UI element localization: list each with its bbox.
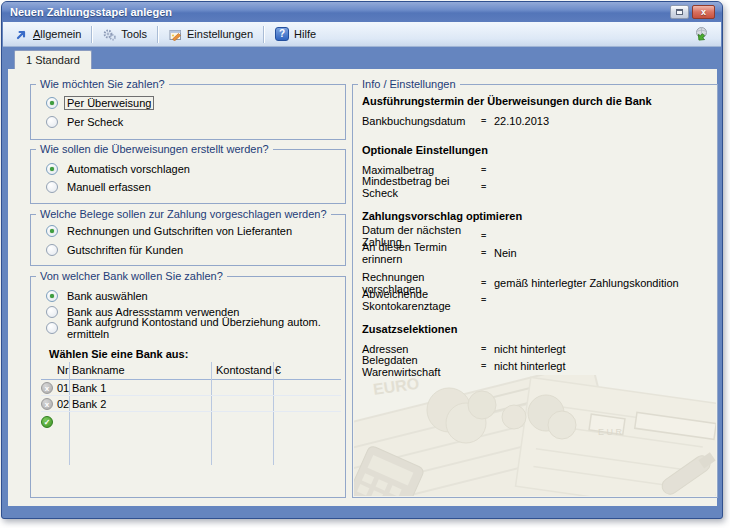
radio-label[interactable]: Per Überweisung (64, 96, 154, 110)
info-row: Mindestbetrag bei Scheck = (362, 178, 711, 195)
radio-label[interactable]: Manuell erfassen (67, 181, 151, 193)
radio-label[interactable]: Bank auswählen (67, 290, 148, 302)
equals-icon: = (481, 278, 494, 288)
cell-nr: 01 (57, 382, 69, 394)
radio-per-scheck[interactable] (46, 116, 58, 128)
group-title: Welche Belege sollen zur Zahlung vorgesc… (36, 208, 331, 220)
toolbar-separator (263, 26, 265, 43)
column-header-kontostand: Kontostand € (216, 364, 281, 376)
column-separator (273, 362, 274, 465)
equals-icon: = (481, 231, 494, 241)
info-row: Abweichende Skontokarenztage = (362, 291, 711, 308)
gears-icon (103, 28, 116, 41)
info-label: An diesen Termin erinnern (362, 241, 481, 265)
equals-icon: = (481, 116, 494, 126)
restore-button[interactable] (670, 5, 689, 19)
radio-automatisch[interactable] (46, 163, 58, 175)
info-value: nicht hinterlegt (494, 343, 566, 355)
info-row: Bankbuchungsdatum = 22.10.2013 (362, 112, 711, 129)
table-row[interactable]: x 01 Bank 1 (41, 381, 341, 396)
bank-table-caption: Wählen Sie eine Bank aus: (49, 348, 188, 360)
radio-label[interactable]: Rechnungen und Gutschriften von Lieferan… (67, 225, 292, 237)
radio-bank-auswaehlen[interactable] (46, 290, 58, 302)
cell-bankname: Bank 1 (72, 382, 106, 394)
group-document-types: Welche Belege sollen zur Zahlung vorgesc… (30, 214, 346, 266)
group-title: Wie sollen die Überweisungen erstellt we… (36, 143, 273, 155)
cell-bankname: Bank 2 (72, 398, 106, 410)
titlebar[interactable]: Neuen Zahlungsstapel anlegen x (2, 2, 722, 22)
page-content: Wie möchten Sie zahlen? Per Überweisung … (8, 69, 717, 506)
toolbar: Allgemein Tools Einstellungen ? Hilfe (3, 22, 721, 47)
toolbar-separator (157, 26, 159, 43)
radio-manuell[interactable] (46, 181, 58, 193)
globe-download-icon (693, 26, 709, 42)
arrow-ne-icon (15, 28, 28, 41)
info-label: Abweichende Skontokarenztage (362, 288, 481, 312)
watermark-euro-text: EURO (372, 375, 420, 398)
info-value: gemäß hinterlegter Zahlungskondition (494, 277, 679, 289)
equals-icon: = (481, 165, 494, 175)
close-button[interactable]: x (692, 5, 715, 19)
group-title: Von welcher Bank wollen Sie zahlen? (36, 270, 227, 282)
window-title: Neuen Zahlungsstapel anlegen (10, 6, 172, 18)
group-payment-method: Wie möchten Sie zahlen? Per Überweisung … (30, 84, 346, 140)
window-controls: x (670, 5, 715, 19)
info-section-heading: Optionale Einstellungen (362, 144, 711, 161)
deselect-icon[interactable]: x (41, 398, 53, 410)
group-info-einstellungen: Info / Einstellungen Ausführungstermin d… (352, 84, 718, 498)
column-separator (69, 362, 70, 465)
info-label: Mindestbetrag bei Scheck (362, 175, 481, 199)
tab-strip: 1 Standard (2, 47, 722, 69)
radio-label[interactable]: Gutschriften für Kunden (67, 244, 183, 256)
table-header-line (41, 379, 341, 380)
deselect-icon[interactable]: x (41, 382, 53, 394)
cell-nr: 02 (57, 398, 69, 410)
info-value: nicht hinterlegt (494, 360, 566, 372)
dialog-window: Neuen Zahlungsstapel anlegen x Allgemein… (1, 1, 723, 519)
info-body: Ausführungstermin der Überweisungen durc… (362, 95, 711, 374)
group-bank-selection: Von welcher Bank wollen Sie zahlen? Bank… (30, 276, 346, 498)
group-creation-mode: Wie sollen die Überweisungen erstellt we… (30, 149, 346, 204)
help-icon: ? (275, 27, 289, 41)
equals-icon: = (481, 295, 494, 305)
radio-gutschriften-kunden[interactable] (46, 244, 58, 256)
info-row: Belegdaten Warenwirtschaft = nicht hinte… (362, 357, 711, 374)
info-label: Bankbuchungsdatum (362, 115, 481, 127)
group-title: Info / Einstellungen (358, 78, 460, 90)
info-value: Nein (494, 247, 517, 259)
toolbar-separator (91, 26, 93, 43)
menu-hilfe[interactable]: ? Hilfe (268, 25, 323, 43)
info-row: An diesen Termin erinnern = Nein (362, 244, 711, 261)
radio-label[interactable]: Automatisch vorschlagen (67, 163, 190, 175)
info-value: 22.10.2013 (494, 115, 549, 127)
radio-bank-adressstamm[interactable] (46, 306, 58, 318)
column-header-nr: Nr (57, 364, 69, 376)
equals-icon: = (481, 361, 494, 371)
tab-standard[interactable]: 1 Standard (14, 50, 92, 69)
svg-text:E U R: E U R (598, 427, 623, 437)
column-separator (211, 362, 212, 465)
restore-icon (676, 9, 683, 15)
equals-icon: = (481, 182, 494, 192)
radio-rechnungen-lieferanten[interactable] (46, 225, 58, 237)
group-title: Wie möchten Sie zahlen? (36, 78, 169, 90)
radio-label[interactable]: Bank aufgrund Kontostand und Überziehung… (67, 316, 345, 340)
info-label: Belegdaten Warenwirtschaft (362, 354, 481, 378)
confirm-check-icon[interactable]: ✓ (41, 416, 53, 428)
table-row[interactable]: x 02 Bank 2 (41, 397, 341, 412)
send-online-button[interactable] (686, 24, 716, 44)
equals-icon: = (481, 344, 494, 354)
info-section-heading: Ausführungstermin der Überweisungen durc… (362, 95, 711, 112)
radio-label[interactable]: Per Scheck (67, 116, 123, 128)
radio-bank-automatisch[interactable] (46, 322, 58, 334)
bank-table-header: Nr Bankname Kontostand € (41, 364, 341, 377)
bank-table: Nr Bankname Kontostand € x 01 Bank 1 x (41, 362, 341, 467)
column-header-bankname: Bankname (72, 364, 125, 376)
info-section-heading: Zusatzselektionen (362, 323, 711, 340)
menu-allgemein[interactable]: Allgemein (8, 26, 88, 43)
equals-icon: = (481, 248, 494, 258)
radio-per-ueberweisung[interactable] (46, 97, 58, 109)
menu-einstellungen[interactable]: Einstellungen (162, 26, 260, 43)
euro-watermark-image: EURO E U R (354, 375, 716, 496)
menu-tools[interactable]: Tools (96, 26, 154, 43)
